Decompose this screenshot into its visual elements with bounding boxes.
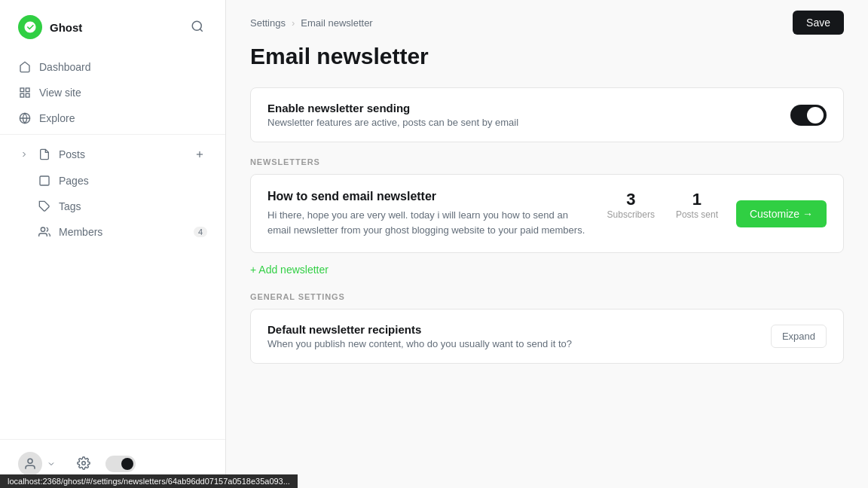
settings-button[interactable] xyxy=(74,453,93,475)
avatar xyxy=(18,452,42,476)
svg-point-10 xyxy=(41,227,44,231)
newsletter-stats: 3 Subscribers 1 Posts sent xyxy=(607,190,718,220)
enable-newsletter-label: Enable newsletter sending xyxy=(267,102,518,114)
add-newsletter-button[interactable]: + Add newsletter xyxy=(250,259,329,280)
svg-point-0 xyxy=(192,21,201,30)
brand-name: Ghost xyxy=(50,21,82,34)
newsletter-card: How to send email newsletter Hi there, h… xyxy=(250,174,844,253)
expand-button[interactable]: Expand xyxy=(771,325,827,348)
svg-rect-3 xyxy=(20,93,24,97)
recipients-label: Default newsletter recipients xyxy=(267,323,572,336)
sidebar-item-posts[interactable]: Posts xyxy=(0,141,225,168)
globe-icon xyxy=(18,111,32,125)
svg-rect-8 xyxy=(40,176,49,185)
sidebar-item-pages-label: Pages xyxy=(59,175,89,187)
newsletter-title: How to send email newsletter xyxy=(267,190,589,203)
posts-sent-value: 1 xyxy=(676,190,718,209)
customize-button[interactable]: Customize → xyxy=(736,200,827,227)
enable-newsletter-card: Enable newsletter sending Newsletter fea… xyxy=(250,87,844,142)
sidebar-item-members-label: Members xyxy=(59,226,102,238)
topbar: Settings › Email newsletter Save xyxy=(226,0,868,35)
breadcrumb: Settings › Email newsletter xyxy=(250,17,373,29)
recipients-text: Default newsletter recipients When you p… xyxy=(267,323,572,349)
brand-icon xyxy=(18,15,42,39)
general-settings-label: GENERAL SETTINGS xyxy=(250,292,844,301)
page-icon xyxy=(38,174,51,188)
collapse-icon xyxy=(18,148,30,160)
newsletter-description: Hi there, hope you are very well. today … xyxy=(267,208,589,237)
user-menu-button[interactable] xyxy=(18,452,56,476)
sidebar-item-pages[interactable]: Pages xyxy=(0,168,225,194)
content-nav: Posts Pages Tags Members 4 xyxy=(0,134,225,251)
sidebar-item-dashboard[interactable]: Dashboard xyxy=(0,54,225,80)
status-url: localhost:2368/ghost/#/settings/newslett… xyxy=(8,477,290,486)
search-button[interactable] xyxy=(188,17,207,38)
enable-newsletter-row: Enable newsletter sending Newsletter fea… xyxy=(251,88,843,142)
subscribers-value: 3 xyxy=(607,190,655,209)
svg-point-12 xyxy=(82,461,86,465)
sidebar-item-explore[interactable]: Explore xyxy=(0,105,225,131)
enable-newsletter-text: Enable newsletter sending Newsletter fea… xyxy=(267,102,518,128)
save-button[interactable]: Save xyxy=(793,11,844,35)
enable-newsletter-desc: Newsletter features are active, posts ca… xyxy=(267,117,518,128)
sidebar: Ghost Dashboard View site Explore xyxy=(0,0,226,488)
dark-mode-toggle[interactable] xyxy=(105,456,136,472)
sidebar-item-dashboard-label: Dashboard xyxy=(39,61,91,73)
brand-logo[interactable]: Ghost xyxy=(18,15,82,39)
posts-sent-label: Posts sent xyxy=(676,209,718,220)
grid-icon xyxy=(18,86,32,99)
home-icon xyxy=(18,60,32,74)
svg-point-11 xyxy=(28,459,32,463)
sidebar-item-explore-label: Explore xyxy=(39,112,75,124)
sidebar-item-members[interactable]: Members 4 xyxy=(0,219,225,245)
posts-sent-stat: 1 Posts sent xyxy=(676,190,718,220)
add-post-button[interactable] xyxy=(192,147,207,162)
recipients-desc: When you publish new content, who do you… xyxy=(267,338,572,349)
members-badge: 4 xyxy=(194,227,207,237)
newsletters-section-label: NEWSLETTERS xyxy=(250,157,844,166)
sidebar-header: Ghost xyxy=(0,0,225,51)
status-bar: localhost:2368/ghost/#/settings/newslett… xyxy=(0,474,298,488)
breadcrumb-separator: › xyxy=(292,17,295,29)
sidebar-item-posts-label: Posts xyxy=(59,148,85,160)
main-nav: Dashboard View site Explore xyxy=(0,51,225,134)
default-recipients-card: Default newsletter recipients When you p… xyxy=(250,309,844,364)
newsletter-info: How to send email newsletter Hi there, h… xyxy=(267,190,589,237)
sidebar-item-tags-label: Tags xyxy=(59,200,81,212)
page-content: Email newsletter Enable newsletter sendi… xyxy=(226,35,868,388)
members-icon xyxy=(38,225,51,239)
page-title: Email newsletter xyxy=(250,44,844,69)
sidebar-item-view-site-label: View site xyxy=(39,87,81,99)
subscribers-stat: 3 Subscribers xyxy=(607,190,655,220)
main-content: Settings › Email newsletter Save Email n… xyxy=(226,0,868,488)
svg-rect-1 xyxy=(20,88,24,92)
svg-rect-4 xyxy=(26,93,29,97)
svg-rect-2 xyxy=(26,88,29,92)
breadcrumb-current: Email newsletter xyxy=(301,17,372,29)
breadcrumb-parent: Settings xyxy=(250,17,286,29)
sidebar-item-view-site[interactable]: View site xyxy=(0,80,225,105)
chevron-down-icon xyxy=(47,459,56,468)
file-icon xyxy=(38,148,51,161)
newsletter-toggle[interactable] xyxy=(790,105,827,126)
subscribers-label: Subscribers xyxy=(607,209,655,220)
sidebar-item-tags[interactable]: Tags xyxy=(0,194,225,219)
tag-icon xyxy=(38,200,51,213)
